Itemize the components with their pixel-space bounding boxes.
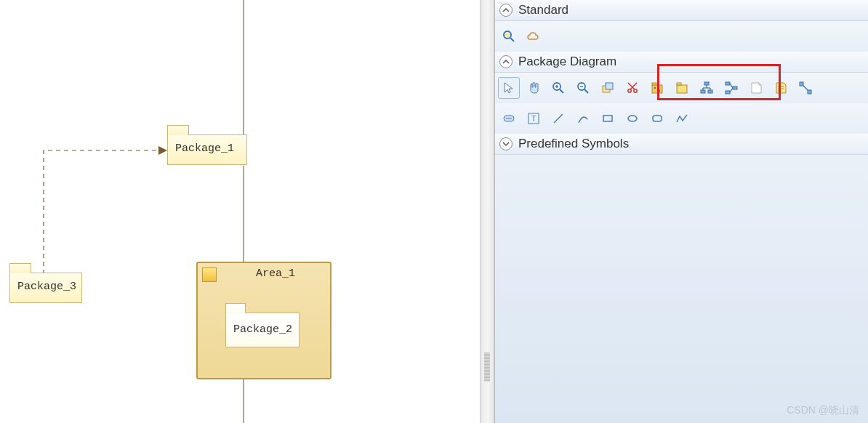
text-icon[interactable]: T (523, 108, 544, 129)
svg-point-18 (654, 87, 656, 89)
link-icon[interactable] (795, 77, 816, 99)
chevron-up-icon (499, 4, 513, 17)
document-icon[interactable] (770, 77, 792, 99)
svg-rect-24 (708, 90, 712, 93)
conn-dashed (44, 150, 161, 274)
svg-rect-47 (653, 116, 662, 121)
section-header-standard[interactable]: Standard (495, 0, 868, 21)
package-label: Package_2 (226, 313, 299, 346)
svg-point-19 (659, 90, 660, 92)
section-title: Package Diagram (518, 55, 616, 69)
package-label: Package_1 (168, 135, 246, 162)
cloud-icon[interactable] (523, 25, 544, 47)
pointer-icon[interactable] (498, 77, 520, 99)
pane-splitter[interactable] (480, 0, 494, 423)
package-tab-icon (225, 303, 246, 313)
section-header-package-diagram[interactable]: Package Diagram (495, 52, 868, 73)
svg-line-32 (730, 84, 733, 88)
svg-rect-45 (603, 116, 612, 121)
area-label: Area_1 (256, 267, 295, 280)
svg-rect-31 (726, 91, 730, 94)
polyline-icon[interactable] (671, 108, 693, 129)
title-icon[interactable] (498, 108, 520, 129)
svg-rect-29 (726, 82, 730, 85)
section-title: Standard (518, 3, 568, 17)
package-diagram-tools-row2: T (495, 103, 868, 134)
diagram-canvas[interactable]: Package_1 Package_3 Area_1 Package_2 (0, 0, 480, 423)
svg-rect-16 (652, 85, 662, 93)
svg-line-4 (560, 89, 563, 93)
section-title: Predefined Symbols (518, 137, 629, 151)
package-plain-icon[interactable] (671, 77, 693, 99)
svg-line-44 (554, 114, 563, 123)
chevron-up-icon (499, 55, 513, 68)
package-label: Package_3 (10, 273, 81, 300)
svg-rect-38 (808, 90, 811, 94)
hand-icon[interactable] (523, 77, 544, 99)
roundrect-icon[interactable] (646, 108, 668, 129)
zoom-out-icon[interactable] (572, 77, 594, 99)
svg-line-39 (803, 86, 808, 90)
area-corner-icon (202, 267, 217, 282)
section-header-predefined[interactable]: Predefined Symbols (495, 134, 868, 155)
svg-line-1 (510, 38, 514, 41)
ellipse-icon[interactable] (622, 108, 643, 129)
watermark: CSDN @晓山清 (787, 404, 859, 417)
rect-icon[interactable] (597, 108, 619, 129)
svg-line-8 (584, 89, 588, 93)
svg-rect-23 (701, 90, 705, 93)
arrowhead-right-icon (158, 146, 167, 155)
svg-point-46 (628, 116, 637, 121)
svg-text:T: T (531, 114, 537, 123)
splitter-grip-icon (484, 352, 490, 382)
package-node-1[interactable]: Package_1 (167, 134, 247, 165)
toolbox-panel: Standard Package Diagram (494, 0, 868, 423)
chevron-down-icon (499, 137, 513, 150)
package-node-2[interactable]: Package_2 (225, 313, 300, 347)
svg-rect-17 (652, 83, 656, 85)
hierarchy-icon[interactable] (696, 77, 718, 99)
svg-point-2 (505, 33, 510, 37)
svg-rect-22 (704, 82, 709, 85)
package-highlight-icon[interactable] (646, 77, 668, 99)
dependency-tree-icon[interactable] (720, 77, 742, 99)
svg-line-33 (730, 88, 733, 92)
arc-icon[interactable] (572, 108, 594, 129)
svg-rect-21 (677, 83, 681, 85)
line-icon[interactable] (547, 108, 569, 129)
svg-rect-37 (800, 82, 803, 86)
package-tab-icon (167, 125, 189, 135)
search-icon[interactable] (498, 25, 520, 47)
package-node-3[interactable]: Package_3 (9, 273, 82, 303)
note-icon[interactable] (745, 77, 767, 99)
svg-rect-30 (733, 86, 737, 89)
standard-tools (495, 21, 868, 52)
zoom-in-icon[interactable] (547, 77, 569, 99)
package-diagram-tools-row1 (495, 73, 868, 103)
svg-rect-11 (606, 83, 613, 89)
scissors-icon[interactable] (622, 77, 643, 99)
svg-rect-20 (677, 85, 687, 93)
properties-icon[interactable] (597, 77, 619, 99)
package-tab-icon (9, 263, 31, 273)
